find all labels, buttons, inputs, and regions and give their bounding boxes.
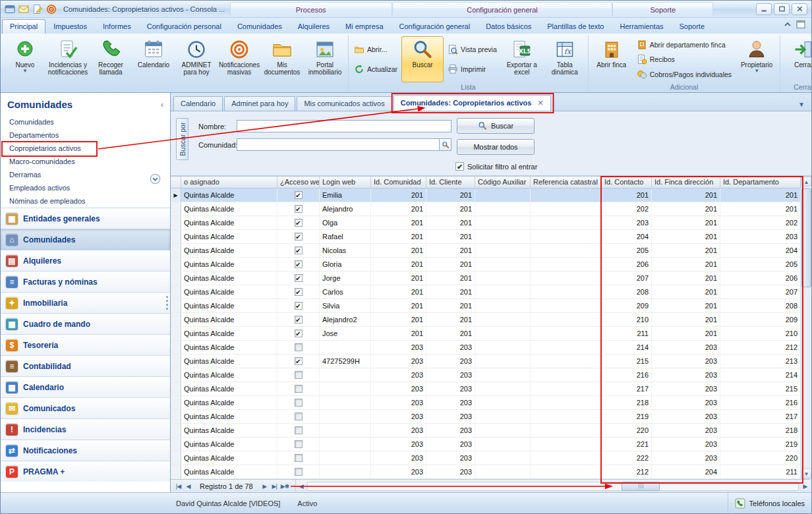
column-header-codigo-auxiliar[interactable]: Código Auxiliar — [475, 177, 531, 188]
nav-item-comunicados[interactable]: ✉Comunicados — [1, 397, 170, 418]
checkbox-checked[interactable]: ✔ — [295, 260, 303, 268]
sidebar-item-empleados-activos[interactable]: Empleados activos — [1, 181, 170, 194]
column-header-login-web[interactable]: Login web — [320, 177, 371, 188]
sidebar-item-derramas[interactable]: Derramas — [1, 168, 170, 181]
exportar-a-excel-button[interactable]: XLSExportar a excel — [501, 36, 543, 82]
column-header-id-finca-direccion[interactable]: Id. Finca dirección — [652, 177, 720, 188]
column-header-id-comunidad[interactable]: Id. Comunidad — [371, 177, 426, 188]
mis-documentos-button[interactable]: Mis documentos — [261, 36, 303, 82]
ribbon-tab-informes[interactable]: Informes — [95, 19, 139, 34]
propietario-button[interactable]: Propietario▼ — [736, 36, 778, 82]
abrir-departamento-finca-button[interactable]: Abrir departamento finca — [635, 38, 734, 51]
checkbox-checked[interactable]: ✔ — [295, 205, 303, 213]
filter-on-enter-checkbox[interactable]: ✔ Solicitar filtro al entrar — [455, 162, 537, 171]
hscroll-track[interactable] — [307, 482, 799, 491]
checkbox-unchecked[interactable] — [295, 468, 303, 476]
sidebar-item-copropietarios-activos[interactable]: Copropietarios activos — [1, 142, 170, 155]
column-header-id-contacto[interactable]: Id. Contacto — [602, 177, 652, 188]
incidencias-y-notificaciones-button[interactable]: Incidencias y notificaciones — [47, 36, 89, 82]
imprimir-button[interactable]: Imprimir — [446, 63, 499, 76]
checkbox-checked[interactable]: ✔ — [295, 233, 303, 241]
checkbox-checked[interactable]: ✔ — [295, 302, 303, 310]
column-header-referencia-catastral[interactable]: Referencia catastral — [531, 177, 602, 188]
doc-tab-adminet-para-hoy[interactable]: Adminet para hoy — [224, 96, 295, 111]
notificaciones-masivas-button[interactable]: Notificaciones masivas — [218, 36, 260, 82]
column-header-o-asignado[interactable]: o asignado — [181, 177, 277, 188]
column-header-id-departamento[interactable]: Id. Departamento — [720, 177, 801, 188]
sidebar-item-comunidades[interactable]: Comunidades — [1, 115, 170, 128]
scroll-left-icon[interactable]: ◀ — [296, 483, 306, 490]
recibos-button[interactable]: Recibos — [635, 53, 734, 66]
calendario-button[interactable]: Calendario — [132, 36, 175, 82]
first-record-button[interactable]: |◀ — [173, 483, 183, 490]
adminet-para-hoy-button[interactable]: ADMINET para hoy — [175, 36, 218, 82]
cerrar-button[interactable]: Cerrar — [782, 36, 811, 82]
nav-item-tesoreria[interactable]: $Tesorería — [1, 334, 170, 355]
sidebar-item-departamentos[interactable]: Departamentos — [1, 128, 170, 142]
checkbox-unchecked[interactable] — [295, 454, 303, 462]
buscar-button[interactable]: Buscar — [401, 36, 444, 82]
tabla-dinamica-button[interactable]: fxTabla dinámica — [544, 36, 586, 82]
checkbox-checked[interactable]: ✔ — [295, 357, 303, 365]
nav-item-facturas-y-nominas[interactable]: ≡Facturas y nóminas — [1, 271, 170, 292]
ribbon-tab-herramientas[interactable]: Herramientas — [612, 19, 671, 34]
table-row[interactable]: Quintas Alcalde203203221203219 — [171, 438, 801, 451]
ribbon-tab-alquileres[interactable]: Alquileres — [290, 19, 337, 34]
nav-item-comunidades[interactable]: ⌂Comunidades — [1, 229, 170, 250]
minimize-button[interactable] — [756, 3, 772, 15]
ribbon-tab-principal[interactable]: Principal — [2, 19, 45, 34]
hscroll-thumb[interactable] — [622, 482, 660, 491]
checkbox-checked[interactable]: ✔ — [295, 246, 303, 254]
table-row[interactable]: Quintas Alcalde✔Gloria201201206201205 — [171, 258, 801, 271]
abrir-finca-button[interactable]: Abrir finca — [591, 36, 633, 82]
table-row[interactable]: Quintas Alcalde✔Alejandro220120121020120… — [171, 313, 801, 327]
table-row[interactable]: Quintas Alcalde✔Carlos201201208201207 — [171, 285, 801, 299]
scroll-up-icon[interactable]: ▲ — [801, 177, 811, 186]
nav-item-entidades-generales[interactable]: ▦Entidades generales — [1, 208, 170, 229]
next-record-button[interactable]: ▶ — [260, 483, 270, 490]
scroll-down-icon[interactable]: ▼ — [801, 469, 811, 478]
checkbox-unchecked[interactable] — [295, 371, 303, 379]
ribbon-tab-impuestos[interactable]: Impuestos — [45, 19, 95, 34]
close-tab-icon[interactable]: ✕ — [537, 96, 543, 111]
checkbox-checked[interactable]: ✔ — [295, 288, 303, 296]
table-row[interactable]: Quintas Alcalde203203214203212 — [171, 341, 801, 355]
ribbon-tab-comunidades[interactable]: Comunidades — [229, 19, 290, 34]
checkbox-checked[interactable]: ✔ — [295, 274, 303, 282]
table-row[interactable]: Quintas Alcalde✔Rafael201201204201203 — [171, 230, 801, 244]
window-icon[interactable] — [5, 4, 15, 14]
checkbox-checked[interactable]: ✔ — [295, 219, 303, 227]
close-button[interactable] — [792, 3, 807, 15]
recoger-llamada-button[interactable]: Recoger llamada — [90, 36, 132, 82]
abrir-button[interactable]: Abrir... — [352, 43, 399, 56]
table-row[interactable]: Quintas Alcalde203203218203216 — [171, 396, 801, 410]
nav-item-alquileres[interactable]: ▤Alquileres — [1, 250, 170, 271]
scroll-right-icon[interactable]: ▶ — [800, 483, 810, 490]
checkbox-checked[interactable]: ✔ — [295, 191, 303, 199]
table-row[interactable]: Quintas Alcalde✔Nicolas201201205201204 — [171, 244, 801, 258]
nav-item-cuadro-de-mando[interactable]: ▦Cuadro de mando — [1, 313, 170, 334]
filter-checkbox-box[interactable]: ✔ — [455, 162, 464, 171]
sidebar-item-macro-comunidades[interactable]: Macro-comunidades — [1, 155, 170, 168]
collapse-ribbon-icon[interactable] — [782, 19, 793, 30]
table-row[interactable]: Quintas Alcalde✔Olga201201203201202 — [171, 216, 801, 230]
checkbox-unchecked[interactable] — [295, 440, 303, 448]
maximize-button[interactable] — [774, 3, 790, 15]
table-row[interactable]: Quintas Alcalde203203212204211 — [171, 465, 801, 479]
sidebar-item-nominas-de-empleados[interactable]: Nóminas de empleados — [1, 194, 170, 208]
edit-icon[interactable] — [32, 4, 43, 14]
nav-item-notificaciones[interactable]: ⇄Notificaciones — [1, 440, 170, 461]
table-row[interactable]: Quintas Alcalde203203217203215 — [171, 382, 801, 396]
ribbon-tab-mi-empresa[interactable]: Mi empresa — [337, 19, 391, 34]
checkbox-unchecked[interactable] — [295, 413, 303, 420]
column-header-id-cliente[interactable]: Id. Cliente — [426, 177, 475, 188]
vertical-scrollbar[interactable]: ▲ ▼ — [801, 176, 812, 479]
doc-tab-mis-comunicados-activos[interactable]: Mis comunicados activos — [297, 96, 392, 111]
show-all-button[interactable]: Mostrar todos — [457, 139, 535, 155]
table-row[interactable]: Quintas Alcalde✔Jose201201211201210 — [171, 327, 801, 341]
nav-item-calendario[interactable]: ▦Calendario — [1, 376, 170, 397]
tab-list-dropdown-icon[interactable]: ▼ — [794, 101, 809, 111]
checkbox-checked[interactable]: ✔ — [295, 316, 303, 324]
checkbox-unchecked[interactable] — [295, 426, 303, 434]
more-shortcuts-icon[interactable] — [150, 173, 161, 185]
